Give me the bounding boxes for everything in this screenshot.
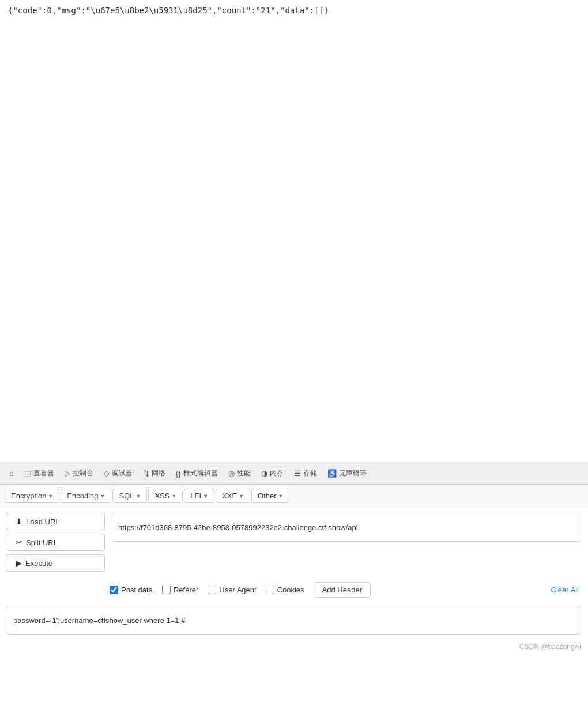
menu-sql[interactable]: SQL ▼ — [112, 489, 147, 503]
user-agent-checkbox[interactable] — [208, 586, 216, 594]
hackbar-actions: ⬇ Load URL ✂ Split URL ▶ Execute — [7, 513, 105, 572]
hackbar-options: Post data Referer User Agent Cookies Add… — [0, 578, 588, 602]
content-area: {"code":0,"msg":"\u67e5\u8be2\u5931\u8d2… — [0, 0, 588, 462]
menu-lfi[interactable]: LFI ▼ — [184, 489, 214, 503]
tab-style-editor[interactable]: {} 样式编辑器 — [171, 466, 223, 481]
performance-icon: ◎ — [228, 469, 235, 478]
tab-console[interactable]: ▷ 控制台 — [60, 466, 98, 481]
console-icon: ▷ — [65, 469, 70, 478]
menu-encryption-label: Encryption — [11, 492, 46, 500]
load-url-label: Load URL — [26, 518, 60, 526]
hackbar-body: ⬇ Load URL ✂ Split URL ▶ Execute — [0, 507, 588, 578]
execute-icon: ▶ — [16, 558, 22, 568]
user-agent-label: User Agent — [219, 586, 256, 594]
tab-console-label: 控制台 — [73, 468, 93, 478]
chevron-down-icon: ▼ — [239, 493, 244, 499]
menu-encoding[interactable]: Encoding ▼ — [61, 489, 111, 503]
tab-memory[interactable]: ◑ 内存 — [257, 466, 288, 481]
chevron-down-icon: ▼ — [100, 493, 105, 499]
menu-other[interactable]: Other ▼ — [251, 489, 289, 503]
postdata-input[interactable] — [7, 606, 581, 635]
referer-label: Referer — [174, 586, 198, 594]
tab-accessibility[interactable]: ♿ 无障碍环 — [323, 466, 371, 481]
chevron-down-icon: ▼ — [136, 493, 141, 499]
load-url-button[interactable]: ⬇ Load URL — [7, 513, 105, 530]
home-icon: ⌂ — [9, 469, 14, 478]
style-editor-icon: {} — [176, 469, 181, 478]
tab-inspector[interactable]: ⬚ 查看器 — [20, 466, 59, 481]
add-header-label: Add Header — [322, 586, 362, 594]
chevron-down-icon: ▼ — [171, 493, 176, 499]
cookies-checkbox[interactable] — [266, 586, 274, 594]
tab-storage-label: 存储 — [303, 468, 317, 478]
postdata-area — [7, 606, 581, 635]
menu-xxe-label: XXE — [222, 492, 237, 500]
menu-xss-label: XSS — [154, 492, 169, 500]
load-icon: ⬇ — [16, 517, 22, 526]
execute-button[interactable]: ▶ Execute — [7, 554, 105, 572]
cookies-label: Cookies — [277, 586, 304, 594]
clear-all-label: Clear All — [551, 586, 579, 594]
chevron-down-icon: ▼ — [203, 493, 208, 499]
split-url-button[interactable]: ✂ Split URL — [7, 534, 105, 551]
tab-network[interactable]: ⇅ 网络 — [138, 466, 170, 481]
split-icon: ✂ — [16, 538, 22, 547]
referer-checkbox[interactable] — [162, 586, 171, 594]
menu-other-label: Other — [258, 492, 277, 500]
post-data-label: Post data — [121, 586, 153, 594]
devtools-home-btn[interactable]: ⌂ — [5, 467, 18, 480]
hackbar: Encryption ▼ Encoding ▼ SQL ▼ XSS ▼ LFI … — [0, 485, 588, 653]
menu-encryption[interactable]: Encryption ▼ — [5, 489, 59, 503]
json-response: {"code":0,"msg":"\u67e5\u8be2\u5931\u8d2… — [8, 6, 329, 15]
split-url-label: Split URL — [26, 538, 58, 547]
menu-sql-label: SQL — [119, 492, 134, 500]
tab-inspector-label: 查看器 — [33, 468, 54, 478]
url-input[interactable] — [112, 513, 581, 542]
tab-memory-label: 内存 — [270, 468, 284, 478]
tab-debugger-label: 调试器 — [112, 468, 133, 478]
menu-lfi-label: LFI — [190, 492, 201, 500]
chevron-down-icon: ▼ — [48, 493, 53, 499]
menu-xss[interactable]: XSS ▼ — [148, 489, 183, 503]
accessibility-icon: ♿ — [327, 469, 337, 478]
tab-storage[interactable]: ☰ 存储 — [289, 466, 322, 481]
user-agent-checkbox-group[interactable]: User Agent — [208, 586, 256, 594]
execute-label: Execute — [25, 559, 52, 568]
clear-all-link[interactable]: Clear All — [551, 586, 581, 594]
menu-xxe[interactable]: XXE ▼ — [216, 489, 250, 503]
post-data-checkbox-group[interactable]: Post data — [110, 586, 153, 594]
watermark-text: CSDN @baozongwi — [519, 643, 581, 651]
cookies-checkbox-group[interactable]: Cookies — [266, 586, 304, 594]
tab-performance-label: 性能 — [237, 468, 251, 478]
watermark: CSDN @baozongwi — [0, 640, 588, 653]
tab-style-editor-label: 样式编辑器 — [183, 468, 218, 478]
tab-performance[interactable]: ◎ 性能 — [224, 466, 255, 481]
tab-network-label: 网络 — [152, 468, 165, 478]
devtools-toolbar: ⌂ ⬚ 查看器 ▷ 控制台 ◇ 调试器 ⇅ 网络 {} 样式编辑器 ◎ 性能 ◑… — [0, 462, 588, 485]
menu-encoding-label: Encoding — [67, 492, 98, 500]
add-header-button[interactable]: Add Header — [314, 582, 371, 598]
chevron-down-icon: ▼ — [278, 493, 284, 499]
post-data-checkbox[interactable] — [110, 586, 118, 594]
referer-checkbox-group[interactable]: Referer — [162, 586, 198, 594]
tab-debugger[interactable]: ◇ 调试器 — [99, 466, 137, 481]
url-input-area — [112, 513, 581, 542]
network-icon: ⇅ — [143, 469, 149, 478]
memory-icon: ◑ — [261, 469, 267, 478]
hackbar-menu: Encryption ▼ Encoding ▼ SQL ▼ XSS ▼ LFI … — [0, 485, 588, 507]
tab-accessibility-label: 无障碍环 — [339, 468, 367, 478]
inspector-icon: ⬚ — [24, 469, 31, 478]
debugger-icon: ◇ — [104, 469, 110, 478]
storage-icon: ☰ — [294, 469, 301, 478]
